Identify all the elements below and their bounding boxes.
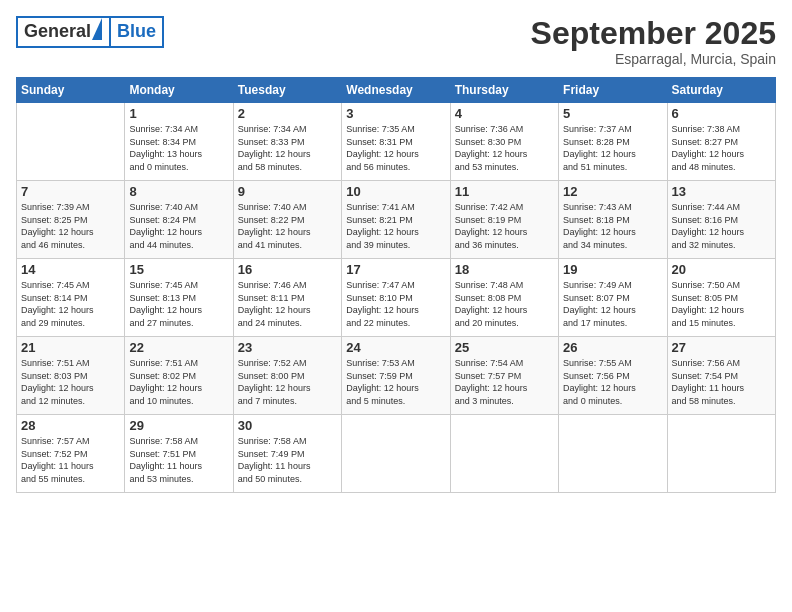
calendar-cell: 17Sunrise: 7:47 AM Sunset: 8:10 PM Dayli… xyxy=(342,259,450,337)
calendar-cell: 5Sunrise: 7:37 AM Sunset: 8:28 PM Daylig… xyxy=(559,103,667,181)
day-info: Sunrise: 7:34 AM Sunset: 8:34 PM Dayligh… xyxy=(129,123,228,173)
day-number: 19 xyxy=(563,262,662,277)
calendar-cell: 25Sunrise: 7:54 AM Sunset: 7:57 PM Dayli… xyxy=(450,337,558,415)
day-info: Sunrise: 7:48 AM Sunset: 8:08 PM Dayligh… xyxy=(455,279,554,329)
calendar-cell: 16Sunrise: 7:46 AM Sunset: 8:11 PM Dayli… xyxy=(233,259,341,337)
day-number: 30 xyxy=(238,418,337,433)
day-info: Sunrise: 7:39 AM Sunset: 8:25 PM Dayligh… xyxy=(21,201,120,251)
day-number: 29 xyxy=(129,418,228,433)
calendar-cell: 12Sunrise: 7:43 AM Sunset: 8:18 PM Dayli… xyxy=(559,181,667,259)
calendar-cell: 14Sunrise: 7:45 AM Sunset: 8:14 PM Dayli… xyxy=(17,259,125,337)
calendar-cell: 11Sunrise: 7:42 AM Sunset: 8:19 PM Dayli… xyxy=(450,181,558,259)
day-info: Sunrise: 7:58 AM Sunset: 7:51 PM Dayligh… xyxy=(129,435,228,485)
calendar-cell: 8Sunrise: 7:40 AM Sunset: 8:24 PM Daylig… xyxy=(125,181,233,259)
day-info: Sunrise: 7:36 AM Sunset: 8:30 PM Dayligh… xyxy=(455,123,554,173)
day-number: 9 xyxy=(238,184,337,199)
day-number: 22 xyxy=(129,340,228,355)
calendar-page: General Blue September 2025 Esparragal, … xyxy=(0,0,792,612)
day-info: Sunrise: 7:47 AM Sunset: 8:10 PM Dayligh… xyxy=(346,279,445,329)
calendar-table: Sunday Monday Tuesday Wednesday Thursday… xyxy=(16,77,776,493)
day-info: Sunrise: 7:45 AM Sunset: 8:13 PM Dayligh… xyxy=(129,279,228,329)
day-number: 10 xyxy=(346,184,445,199)
calendar-cell xyxy=(559,415,667,493)
calendar-cell: 29Sunrise: 7:58 AM Sunset: 7:51 PM Dayli… xyxy=(125,415,233,493)
calendar-cell: 20Sunrise: 7:50 AM Sunset: 8:05 PM Dayli… xyxy=(667,259,775,337)
day-info: Sunrise: 7:53 AM Sunset: 7:59 PM Dayligh… xyxy=(346,357,445,407)
day-number: 21 xyxy=(21,340,120,355)
day-info: Sunrise: 7:42 AM Sunset: 8:19 PM Dayligh… xyxy=(455,201,554,251)
day-number: 18 xyxy=(455,262,554,277)
col-saturday: Saturday xyxy=(667,78,775,103)
calendar-cell: 30Sunrise: 7:58 AM Sunset: 7:49 PM Dayli… xyxy=(233,415,341,493)
day-info: Sunrise: 7:56 AM Sunset: 7:54 PM Dayligh… xyxy=(672,357,771,407)
day-info: Sunrise: 7:40 AM Sunset: 8:22 PM Dayligh… xyxy=(238,201,337,251)
day-number: 13 xyxy=(672,184,771,199)
col-sunday: Sunday xyxy=(17,78,125,103)
calendar-week-row: 14Sunrise: 7:45 AM Sunset: 8:14 PM Dayli… xyxy=(17,259,776,337)
day-number: 6 xyxy=(672,106,771,121)
calendar-cell: 6Sunrise: 7:38 AM Sunset: 8:27 PM Daylig… xyxy=(667,103,775,181)
day-number: 17 xyxy=(346,262,445,277)
day-number: 2 xyxy=(238,106,337,121)
day-info: Sunrise: 7:46 AM Sunset: 8:11 PM Dayligh… xyxy=(238,279,337,329)
day-info: Sunrise: 7:55 AM Sunset: 7:56 PM Dayligh… xyxy=(563,357,662,407)
calendar-cell xyxy=(17,103,125,181)
col-monday: Monday xyxy=(125,78,233,103)
day-number: 23 xyxy=(238,340,337,355)
day-info: Sunrise: 7:51 AM Sunset: 8:03 PM Dayligh… xyxy=(21,357,120,407)
header: General Blue September 2025 Esparragal, … xyxy=(16,16,776,67)
day-number: 14 xyxy=(21,262,120,277)
day-number: 7 xyxy=(21,184,120,199)
calendar-cell: 1Sunrise: 7:34 AM Sunset: 8:34 PM Daylig… xyxy=(125,103,233,181)
calendar-cell xyxy=(667,415,775,493)
calendar-cell: 13Sunrise: 7:44 AM Sunset: 8:16 PM Dayli… xyxy=(667,181,775,259)
day-number: 12 xyxy=(563,184,662,199)
calendar-cell: 2Sunrise: 7:34 AM Sunset: 8:33 PM Daylig… xyxy=(233,103,341,181)
day-number: 15 xyxy=(129,262,228,277)
day-info: Sunrise: 7:43 AM Sunset: 8:18 PM Dayligh… xyxy=(563,201,662,251)
logo-general-text: General xyxy=(24,21,91,43)
col-thursday: Thursday xyxy=(450,78,558,103)
day-number: 26 xyxy=(563,340,662,355)
calendar-week-row: 7Sunrise: 7:39 AM Sunset: 8:25 PM Daylig… xyxy=(17,181,776,259)
day-info: Sunrise: 7:38 AM Sunset: 8:27 PM Dayligh… xyxy=(672,123,771,173)
day-number: 28 xyxy=(21,418,120,433)
title-block: September 2025 Esparragal, Murcia, Spain xyxy=(531,16,776,67)
calendar-cell: 9Sunrise: 7:40 AM Sunset: 8:22 PM Daylig… xyxy=(233,181,341,259)
calendar-cell: 27Sunrise: 7:56 AM Sunset: 7:54 PM Dayli… xyxy=(667,337,775,415)
calendar-cell: 23Sunrise: 7:52 AM Sunset: 8:00 PM Dayli… xyxy=(233,337,341,415)
day-info: Sunrise: 7:34 AM Sunset: 8:33 PM Dayligh… xyxy=(238,123,337,173)
month-title: September 2025 xyxy=(531,16,776,51)
calendar-cell xyxy=(342,415,450,493)
calendar-cell: 26Sunrise: 7:55 AM Sunset: 7:56 PM Dayli… xyxy=(559,337,667,415)
calendar-cell: 3Sunrise: 7:35 AM Sunset: 8:31 PM Daylig… xyxy=(342,103,450,181)
calendar-week-row: 21Sunrise: 7:51 AM Sunset: 8:03 PM Dayli… xyxy=(17,337,776,415)
day-number: 27 xyxy=(672,340,771,355)
day-info: Sunrise: 7:49 AM Sunset: 8:07 PM Dayligh… xyxy=(563,279,662,329)
day-number: 20 xyxy=(672,262,771,277)
day-number: 1 xyxy=(129,106,228,121)
day-number: 3 xyxy=(346,106,445,121)
day-number: 11 xyxy=(455,184,554,199)
logo-blue-flag xyxy=(92,18,102,40)
day-info: Sunrise: 7:58 AM Sunset: 7:49 PM Dayligh… xyxy=(238,435,337,485)
logo-blue-text: Blue xyxy=(117,21,156,41)
calendar-week-row: 1Sunrise: 7:34 AM Sunset: 8:34 PM Daylig… xyxy=(17,103,776,181)
calendar-cell: 18Sunrise: 7:48 AM Sunset: 8:08 PM Dayli… xyxy=(450,259,558,337)
day-info: Sunrise: 7:40 AM Sunset: 8:24 PM Dayligh… xyxy=(129,201,228,251)
calendar-cell: 15Sunrise: 7:45 AM Sunset: 8:13 PM Dayli… xyxy=(125,259,233,337)
day-info: Sunrise: 7:45 AM Sunset: 8:14 PM Dayligh… xyxy=(21,279,120,329)
logo: General Blue xyxy=(16,16,164,48)
day-number: 4 xyxy=(455,106,554,121)
day-number: 24 xyxy=(346,340,445,355)
calendar-cell xyxy=(450,415,558,493)
day-number: 8 xyxy=(129,184,228,199)
calendar-cell: 4Sunrise: 7:36 AM Sunset: 8:30 PM Daylig… xyxy=(450,103,558,181)
location-subtitle: Esparragal, Murcia, Spain xyxy=(531,51,776,67)
col-wednesday: Wednesday xyxy=(342,78,450,103)
day-info: Sunrise: 7:57 AM Sunset: 7:52 PM Dayligh… xyxy=(21,435,120,485)
calendar-week-row: 28Sunrise: 7:57 AM Sunset: 7:52 PM Dayli… xyxy=(17,415,776,493)
col-tuesday: Tuesday xyxy=(233,78,341,103)
col-friday: Friday xyxy=(559,78,667,103)
day-info: Sunrise: 7:54 AM Sunset: 7:57 PM Dayligh… xyxy=(455,357,554,407)
